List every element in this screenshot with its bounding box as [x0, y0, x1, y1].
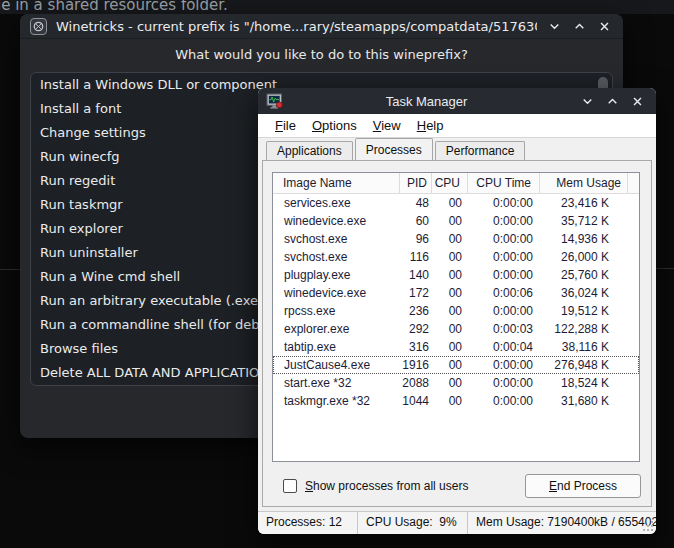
chevron-up-icon — [573, 20, 586, 33]
show-all-users-checkbox[interactable] — [283, 479, 297, 493]
taskmgr-app-icon — [266, 93, 283, 110]
column-header-pid[interactable]: PID — [400, 173, 432, 193]
task-manager-window: Task Manager File Options View Help Appl… — [258, 88, 656, 534]
table-row[interactable]: start.exe *322088000:00:0018,524 K — [273, 374, 639, 392]
minimize-button[interactable] — [578, 92, 596, 110]
maximize-button[interactable] — [603, 92, 621, 110]
chevron-up-icon — [606, 95, 619, 108]
resize-grip[interactable] — [644, 522, 653, 531]
close-button[interactable] — [628, 92, 646, 110]
background-seam-left — [0, 269, 20, 270]
table-row-selected[interactable]: JustCause4.exe1916000:00:00276,948 K — [273, 356, 639, 374]
menu-options[interactable]: Options — [304, 116, 365, 135]
chevron-down-icon — [548, 20, 561, 33]
chevron-down-icon — [581, 95, 594, 108]
winetricks-titlebar[interactable]: Winetricks - current prefix is "/home...… — [20, 14, 623, 39]
table-row[interactable]: tabtip.exe316000:00:0438,116 K — [273, 338, 639, 356]
table-row[interactable]: explorer.exe292000:00:03122,288 K — [273, 320, 639, 338]
tab-performance[interactable]: Performance — [435, 141, 526, 160]
tab-processes[interactable]: Processes — [355, 138, 433, 160]
taskmgr-window-title: Task Manager — [283, 94, 570, 109]
taskmgr-menubar: File Options View Help — [258, 114, 656, 138]
maximize-button[interactable] — [570, 17, 588, 35]
processes-tab-pane: Image Name PID CPU CPU Time Mem Usage se… — [262, 160, 652, 507]
winetricks-prompt: What would you like to do to this winepr… — [20, 47, 623, 62]
minimize-button[interactable] — [545, 17, 563, 35]
close-icon — [631, 95, 644, 108]
close-button[interactable] — [595, 17, 613, 35]
status-processes: Processes: 12 — [258, 512, 358, 534]
table-row[interactable]: services.exe48000:00:0023,416 K — [273, 194, 639, 212]
menu-view[interactable]: View — [365, 116, 409, 135]
table-row[interactable]: winedevice.exe172000:00:0636,024 K — [273, 284, 639, 302]
winetricks-window-title: Winetricks - current prefix is "/home...… — [56, 19, 537, 34]
status-cpu-usage: CPU Usage: 9% — [358, 512, 468, 534]
show-all-users-label[interactable]: Show processes from all users — [305, 479, 468, 493]
table-row[interactable]: rpcss.exe236000:00:0019,512 K — [273, 302, 639, 320]
column-header-image-name[interactable]: Image Name — [273, 173, 400, 193]
taskmgr-titlebar[interactable]: Task Manager — [258, 88, 656, 114]
column-header-cpu[interactable]: CPU — [432, 173, 468, 193]
table-row[interactable]: plugplay.exe140000:00:0025,760 K — [273, 266, 639, 284]
table-row[interactable]: svchost.exe116000:00:0026,000 K — [273, 248, 639, 266]
process-tab-footer: Show processes from all users End Proces… — [263, 472, 653, 502]
table-row[interactable]: winedevice.exe60000:00:0035,712 K — [273, 212, 639, 230]
menu-file[interactable]: File — [267, 116, 304, 135]
taskmgr-statusbar: Processes: 12 CPU Usage: 9% Mem Usage: 7… — [258, 511, 656, 534]
table-row[interactable]: svchost.exe96000:00:0014,936 K — [273, 230, 639, 248]
process-list: Image Name PID CPU CPU Time Mem Usage se… — [272, 172, 640, 462]
tab-applications[interactable]: Applications — [266, 141, 353, 160]
column-header-cpu-time[interactable]: CPU Time — [468, 173, 540, 193]
close-icon — [598, 20, 611, 33]
winetricks-app-icon — [30, 18, 47, 35]
end-process-button[interactable]: End Process — [525, 474, 641, 498]
status-mem-usage: Mem Usage: 7190400kB / 65540276kB — [468, 512, 656, 534]
column-header-mem-usage[interactable]: Mem Usage — [540, 173, 628, 193]
process-list-header: Image Name PID CPU CPU Time Mem Usage — [273, 173, 639, 194]
background-window-strip: le in a shared resources folder. — [0, 0, 674, 14]
taskmgr-tab-strip: Applications Processes Performance — [266, 141, 527, 161]
background-seam-right — [656, 268, 674, 269]
table-row[interactable]: taskmgr.exe *321044000:00:0031,680 K — [273, 392, 639, 410]
menu-help[interactable]: Help — [409, 116, 452, 135]
background-partial-text: le in a shared resources folder. — [0, 0, 228, 14]
